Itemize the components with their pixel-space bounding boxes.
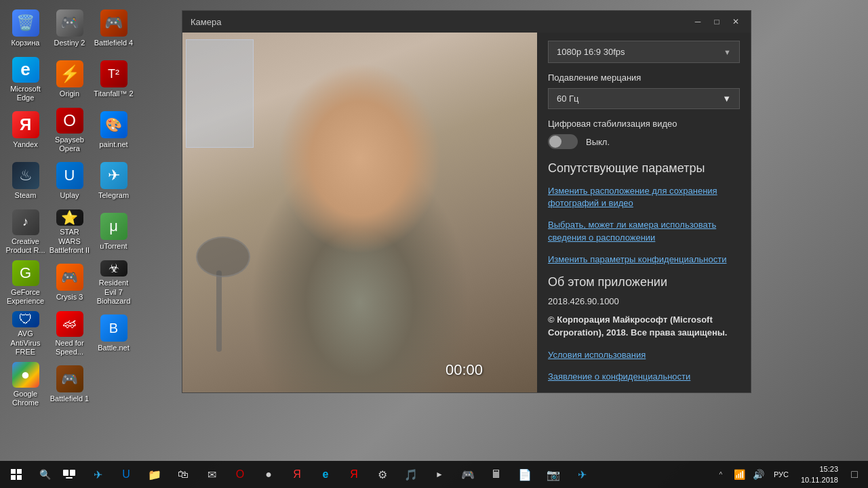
desktop-icon-starwars[interactable]: ⭐ STAR WARS Battlefront II xyxy=(47,207,92,258)
taskbar-appstore[interactable]: 🛍 xyxy=(170,462,197,487)
close-button[interactable]: ✕ xyxy=(729,15,743,28)
settings-panel: 1080р 16:9 30fps ▼ Подавление мерцания 6… xyxy=(537,33,751,392)
desktop-icon-steam[interactable]: ♨ Steam xyxy=(3,156,47,207)
desktop-icon-avg[interactable]: 🛡 AVG AntiVirus FREE xyxy=(3,308,47,359)
desktop-icon-titanfall2[interactable]: T² Titanfall™ 2 xyxy=(92,54,136,105)
desktop-icon-opera[interactable]: O Spayseb Opera xyxy=(47,105,92,156)
stabilization-toggle[interactable] xyxy=(548,134,578,149)
taskbar-calculator-icon: 🖩 xyxy=(490,468,503,481)
desktop-icon-creative[interactable]: ♪ Creative Product R... xyxy=(3,207,47,258)
yandex-label: Yandex xyxy=(13,140,38,149)
avg-label: AVG AntiVirus FREE xyxy=(5,329,46,357)
desktop-icon-nfs[interactable]: 🏎 Need for Speed... xyxy=(47,308,92,359)
privacy-settings-link[interactable]: Изменить параметры конфиденциальности xyxy=(548,253,740,266)
taskbar-media[interactable]: 🎵 xyxy=(397,462,425,487)
taskbar-unknown1[interactable]: ⚙ xyxy=(369,462,396,487)
terms-of-use-link[interactable]: Условия использования xyxy=(548,349,740,361)
taskbar-telegram[interactable]: ✈ xyxy=(84,462,111,487)
avg-icon: 🛡 xyxy=(12,311,39,327)
battlenet-icon: B xyxy=(100,314,127,342)
desktop-icon-uplay[interactable]: U Uplay xyxy=(47,156,92,207)
taskbar-yandex2-tb[interactable]: Я xyxy=(340,462,368,487)
utorrent-label: uTorrent xyxy=(100,242,127,251)
titanfall2-label: Titanfall™ 2 xyxy=(94,89,133,98)
bf1-label: Battlefield 1 xyxy=(50,394,89,403)
resolution-chevron-icon: ▼ xyxy=(724,48,731,56)
taskbar-telegram2-icon: ✈ xyxy=(575,468,589,481)
taskbar-calculator[interactable]: 🖩 xyxy=(483,462,510,487)
taskbar-cursor[interactable]: ► xyxy=(426,462,453,487)
photos-location-link[interactable]: Изменить расположение для сохранения фот… xyxy=(548,185,740,209)
privacy-policy-link[interactable]: Заявление о конфиденциальности xyxy=(548,371,740,383)
taskbar-chrome-icon: ● xyxy=(262,468,275,481)
desktop: 🗑️ Корзина 🎮 Destiny 2 🎮 Battlefield 4 e… xyxy=(0,0,868,488)
uplay-icon: U xyxy=(56,162,83,189)
location-access-link[interactable]: Выбрать, может ли камера использовать св… xyxy=(548,219,740,243)
start-button[interactable] xyxy=(0,461,33,488)
taskbar-unknown1-icon: ⚙ xyxy=(376,468,389,481)
desktop-icon-origin[interactable]: ⚡ Origin xyxy=(47,54,92,105)
nfs-label: Need for Speed... xyxy=(50,339,90,357)
recycle-label: Корзина xyxy=(12,39,40,47)
desktop-icon-battlenet[interactable]: B Battle.net xyxy=(92,308,136,359)
video-timer: 00:00 xyxy=(446,361,483,379)
desktop-icon-chrome[interactable]: ● Google Chrome xyxy=(3,359,47,410)
destiny2-label: Destiny 2 xyxy=(54,39,85,47)
telegram-label: Telegram xyxy=(98,191,129,200)
starwars-label: STAR WARS Battlefront II xyxy=(50,228,90,255)
taskbar-edge-tb[interactable]: e xyxy=(312,462,339,487)
flicker-dropdown[interactable]: 60 Гц ▼ xyxy=(548,88,740,109)
task-view-icon xyxy=(63,470,75,479)
stabilization-label: Цифровая стабилизация видео xyxy=(548,119,740,129)
tray-clock[interactable]: 15:23 10.11.2018 xyxy=(795,461,844,488)
tray-notification-icon[interactable]: □ xyxy=(846,461,863,488)
flicker-label: Подавление мерцания xyxy=(548,73,740,83)
taskbar-chrome-tb[interactable]: ● xyxy=(255,462,282,487)
taskbar-mail[interactable]: ✉ xyxy=(198,462,225,487)
taskbar-camera-icon: 📷 xyxy=(547,468,560,481)
bf1-icon: 🎮 xyxy=(56,365,83,392)
taskbar-notes[interactable]: 📄 xyxy=(511,462,538,487)
geforce-label: GeForce Experience xyxy=(5,288,46,306)
desktop-icon-utorrent[interactable]: μ uTorrent xyxy=(92,207,136,258)
svg-rect-2 xyxy=(11,475,16,480)
desktop-icon-telegram[interactable]: ✈ Telegram xyxy=(92,156,136,207)
crysis3-icon: 🎮 xyxy=(56,264,83,291)
chrome-icon: ● xyxy=(12,362,39,388)
minimize-button[interactable]: ─ xyxy=(691,15,705,28)
residentevil7-label: Resident Evil 7 Biohazard xyxy=(94,279,134,306)
desktop-icon-paintnet[interactable]: 🎨 paint.net xyxy=(92,105,136,156)
tray-network-icon[interactable]: 📶 xyxy=(732,461,748,488)
desktop-icon-yandex[interactable]: Я Yandex xyxy=(3,105,47,156)
desktop-icon-residentevil7[interactable]: ☣ Resident Evil 7 Biohazard xyxy=(92,258,136,308)
window-controls: ─ □ ✕ xyxy=(691,15,743,28)
search-button[interactable]: 🔍 xyxy=(33,461,57,488)
tray-expand-button[interactable]: ^ xyxy=(713,461,729,488)
taskbar-gaming[interactable]: 🎮 xyxy=(454,462,481,487)
tray-language-indicator[interactable]: РУС xyxy=(770,461,793,488)
desktop-icon-crysis3[interactable]: 🎮 Crysis 3 xyxy=(47,258,92,308)
task-view-button[interactable] xyxy=(57,461,81,488)
flicker-value: 60 Гц xyxy=(557,94,579,104)
taskbar: 🔍 ✈ U 📁 🛍 ✉ xyxy=(0,461,868,488)
related-section-header: Сопутствующие параметры xyxy=(548,161,740,176)
tray-volume-icon[interactable]: 🔊 xyxy=(751,461,767,488)
titanfall2-icon: T² xyxy=(100,60,127,87)
taskbar-explorer[interactable]: 📁 xyxy=(141,462,168,487)
window-bg-element xyxy=(186,39,254,148)
taskbar-opera-tb[interactable]: O xyxy=(226,462,254,487)
maximize-button[interactable]: □ xyxy=(710,15,724,28)
taskbar-uplay[interactable]: U xyxy=(113,462,140,487)
tray-time: 15:23 xyxy=(819,464,838,475)
taskbar-yandex-tb[interactable]: Я xyxy=(283,462,311,487)
taskbar-camera-tb[interactable]: 📷 xyxy=(540,462,567,487)
desktop-icon-bf1[interactable]: 🎮 Battlefield 1 xyxy=(47,359,92,410)
desktop-icon-recycle[interactable]: 🗑️ Корзина xyxy=(3,3,47,54)
desktop-icon-geforce[interactable]: G GeForce Experience xyxy=(3,258,47,308)
resolution-dropdown[interactable]: 1080р 16:9 30fps ▼ xyxy=(548,41,740,63)
desktop-icon-destiny2[interactable]: 🎮 Destiny 2 xyxy=(47,3,92,54)
desktop-icon-edge[interactable]: e Microsoft Edge xyxy=(3,54,47,105)
taskbar-telegram2-tb[interactable]: ✈ xyxy=(568,462,595,487)
desktop-icon-battlefield4[interactable]: 🎮 Battlefield 4 xyxy=(92,3,136,54)
app-version: 2018.426.90.1000 xyxy=(548,296,740,306)
